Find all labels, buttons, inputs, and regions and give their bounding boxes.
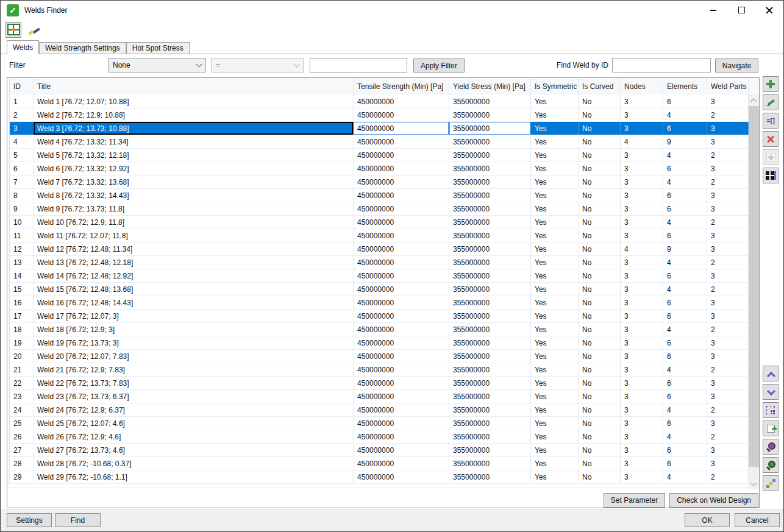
- table-cell[interactable]: 3: [707, 377, 749, 389]
- table-cell[interactable]: No: [579, 417, 621, 430]
- table-cell[interactable]: 5: [10, 149, 34, 161]
- table-cell[interactable]: 4: [663, 216, 707, 229]
- table-cell[interactable]: 450000000: [354, 269, 449, 282]
- table-cell[interactable]: 2: [707, 283, 749, 296]
- table-row[interactable]: 10Weld 10 [76.72; 12.9; 11.8]45000000035…: [7, 216, 749, 229]
- table-cell[interactable]: 450000000: [354, 283, 449, 296]
- column-header-tensile-strength-min-pa-[interactable]: Tensile Strength (Min) [Pa]: [354, 78, 449, 95]
- table-cell[interactable]: 355000000: [449, 363, 531, 376]
- table-cell[interactable]: Weld 9 [76.72; 13.73; 11.8]: [34, 202, 354, 215]
- table-cell[interactable]: Weld 8 [76.72; 13.32; 14.43]: [34, 189, 354, 202]
- table-cell[interactable]: Weld 23 [76.72; 13.73; 6.37]: [34, 390, 354, 403]
- table-cell[interactable]: Yes: [531, 470, 579, 483]
- table-cell[interactable]: 4: [663, 323, 707, 336]
- table-cell[interactable]: Weld 24 [76.72; 12.9; 6.37]: [34, 403, 354, 416]
- table-cell[interactable]: Yes: [531, 202, 579, 215]
- table-cell[interactable]: 3: [707, 269, 749, 282]
- table-cell[interactable]: 24: [10, 403, 34, 416]
- move-down-button[interactable]: [763, 384, 779, 400]
- table-cell[interactable]: 9: [663, 243, 707, 255]
- table-cell[interactable]: 6: [663, 377, 707, 389]
- table-row[interactable]: 8Weld 8 [76.72; 13.32; 14.43]45000000035…: [7, 189, 749, 202]
- table-cell[interactable]: 21: [10, 363, 34, 376]
- minimize-button[interactable]: [699, 1, 727, 20]
- table-cell[interactable]: Yes: [531, 135, 579, 148]
- table-cell[interactable]: Weld 15 [76.72; 12.48; 13.68]: [34, 283, 354, 296]
- table-cell[interactable]: 6: [663, 350, 707, 363]
- table-cell[interactable]: Yes: [531, 216, 579, 229]
- table-cell[interactable]: No: [579, 135, 621, 148]
- table-cell[interactable]: 450000000: [354, 243, 449, 255]
- table-cell[interactable]: Weld 26 [76.72; 12.9; 4.6]: [34, 430, 354, 443]
- table-cell[interactable]: No: [579, 470, 621, 483]
- table-cell[interactable]: 3: [707, 457, 749, 470]
- table-row[interactable]: 28Weld 28 [76.72; -10.68; 0.37]450000000…: [7, 457, 749, 470]
- table-cell[interactable]: Weld 4 [76.72; 13.32; 11.34]: [34, 135, 354, 148]
- table-row[interactable]: 7Weld 7 [76.72; 13.32; 13.68]45000000035…: [7, 176, 749, 189]
- table-cell[interactable]: 450000000: [354, 296, 449, 309]
- table-cell[interactable]: 4: [663, 403, 707, 416]
- table-cell[interactable]: No: [579, 229, 621, 242]
- table-cell[interactable]: Weld 19 [76.72; 13.73; 3]: [34, 336, 354, 349]
- table-cell[interactable]: 450000000: [354, 310, 449, 322]
- table-cell[interactable]: 450000000: [354, 202, 449, 215]
- filter-value-input[interactable]: [310, 58, 407, 73]
- table-cell[interactable]: 6: [663, 202, 707, 215]
- column-header-title[interactable]: Title: [34, 78, 354, 95]
- table-cell[interactable]: 355000000: [449, 350, 531, 363]
- table-cell[interactable]: 8: [10, 189, 34, 202]
- table-cell[interactable]: 2: [707, 216, 749, 229]
- table-cell[interactable]: Weld 1 [76.72; 12.07; 10.88]: [34, 95, 354, 108]
- table-cell[interactable]: Yes: [531, 189, 579, 202]
- table-cell[interactable]: 6: [663, 95, 707, 108]
- table-cell[interactable]: 3: [621, 149, 663, 161]
- table-row[interactable]: 11Weld 11 [76.72; 12.07; 11.8]4500000003…: [7, 229, 749, 243]
- table-cell[interactable]: Weld 27 [76.72; 13.73; 4.6]: [34, 444, 354, 456]
- table-cell[interactable]: 355000000: [449, 457, 531, 470]
- table-cell[interactable]: 14: [10, 269, 34, 282]
- table-cell[interactable]: 3: [621, 377, 663, 389]
- column-header-is-curved[interactable]: Is Curved: [579, 78, 621, 95]
- table-cell[interactable]: 355000000: [449, 256, 531, 269]
- table-cell[interactable]: Weld 10 [76.72; 12.9; 11.8]: [34, 216, 354, 229]
- table-cell[interactable]: Weld 25 [76.72; 12.07; 4.6]: [34, 417, 354, 430]
- table-cell[interactable]: Weld 28 [76.72; -10.68; 0.37]: [34, 457, 354, 470]
- table-row[interactable]: 22Weld 22 [76.72; 13.73; 7.83]4500000003…: [7, 377, 749, 390]
- table-cell[interactable]: 29: [10, 470, 34, 483]
- table-cell[interactable]: 3: [707, 296, 749, 309]
- table-cell[interactable]: 4: [663, 256, 707, 269]
- table-cell[interactable]: 3: [707, 202, 749, 215]
- table-cell[interactable]: 355000000: [449, 229, 531, 242]
- table-cell[interactable]: 2: [707, 470, 749, 483]
- table-cell[interactable]: No: [579, 363, 621, 376]
- table-cell[interactable]: 2: [707, 363, 749, 376]
- column-header-id[interactable]: ID: [10, 78, 34, 95]
- table-cell[interactable]: 3: [621, 162, 663, 175]
- table-cell[interactable]: 3: [707, 95, 749, 108]
- table-cell[interactable]: No: [579, 444, 621, 456]
- table-row[interactable]: 4Weld 4 [76.72; 13.32; 11.34]45000000035…: [7, 135, 749, 149]
- table-row[interactable]: 15Weld 15 [76.72; 12.48; 13.68]450000000…: [7, 283, 749, 296]
- table-cell[interactable]: 355000000: [449, 430, 531, 443]
- table-cell[interactable]: 355000000: [449, 189, 531, 202]
- column-header-nodes[interactable]: Nodes: [621, 78, 663, 95]
- table-cell[interactable]: Yes: [531, 377, 579, 389]
- table-cell[interactable]: 17: [10, 310, 34, 322]
- show-results-button[interactable]: [763, 475, 779, 491]
- table-cell[interactable]: 16: [10, 296, 34, 309]
- table-row[interactable]: 1Weld 1 [76.72; 12.07; 10.88]45000000035…: [7, 95, 749, 108]
- table-cell[interactable]: 3: [621, 256, 663, 269]
- table-cell[interactable]: 6: [663, 417, 707, 430]
- table-cell[interactable]: 4: [663, 430, 707, 443]
- table-cell[interactable]: 3: [707, 336, 749, 349]
- table-cell[interactable]: 355000000: [449, 216, 531, 229]
- table-cell[interactable]: 3: [621, 457, 663, 470]
- find-weld-input[interactable]: [612, 58, 711, 73]
- table-cell[interactable]: No: [579, 403, 621, 416]
- table-cell[interactable]: 3: [707, 162, 749, 175]
- table-row[interactable]: 29Weld 29 [76.72; -10.68; 1.1]4500000003…: [7, 470, 749, 484]
- table-cell[interactable]: 10: [10, 216, 34, 229]
- table-cell[interactable]: Yes: [531, 243, 579, 255]
- table-cell[interactable]: Yes: [531, 95, 579, 108]
- table-cell[interactable]: 3: [621, 283, 663, 296]
